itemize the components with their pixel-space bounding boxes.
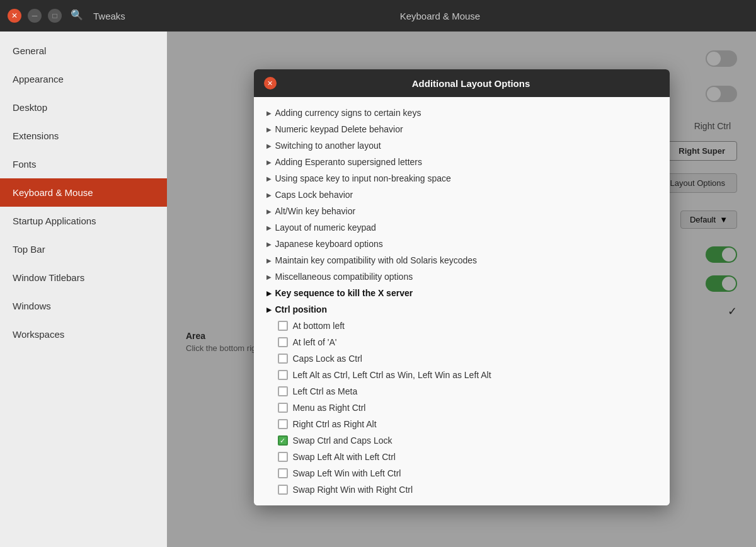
arrow-icon: ▶: [266, 274, 272, 280]
arrow-icon: ▶: [266, 208, 272, 215]
sidebar-item-label: Desktop: [13, 102, 47, 113]
checkbox-checked-icon: [278, 435, 288, 446]
list-item-alt-win[interactable]: ▶ Alt/Win key behavior: [264, 203, 660, 219]
arrow-icon: ▶: [266, 290, 272, 297]
arrow-icon: ▶: [266, 126, 272, 133]
titlebar-minimize-button[interactable]: ─: [28, 9, 42, 23]
list-item-esperanto[interactable]: ▶ Adding Esperanto supersigned letters: [264, 154, 660, 170]
sidebar-item-window-titlebars[interactable]: Window Titlebars: [0, 263, 167, 292]
list-item-caps-lock[interactable]: ▶ Caps Lock behavior: [264, 187, 660, 203]
close-icon: ✕: [11, 11, 18, 20]
checkbox-empty-icon: [278, 419, 288, 429]
main-layout: General Appearance Desktop Extensions Fo…: [0, 32, 756, 547]
sidebar-item-label: Fonts: [13, 159, 37, 170]
checkbox-empty-icon: [278, 452, 288, 462]
checkbox-empty-icon: [278, 485, 288, 495]
checkbox-empty-icon: [278, 403, 288, 413]
arrow-icon: ▶: [266, 142, 272, 149]
sidebar-item-label: Startup Applications: [13, 216, 96, 226]
sidebar-item-label: Workspaces: [13, 329, 64, 340]
titlebar-title: Keyboard & Mouse: [132, 11, 748, 21]
checkbox-at-left-a[interactable]: At left of 'A': [264, 334, 660, 350]
arrow-icon: ▶: [266, 241, 272, 248]
titlebar-maximize-button[interactable]: □: [48, 9, 62, 23]
arrow-icon: ▶: [266, 224, 272, 231]
ctrl-position-section[interactable]: ▶ Ctrl position: [264, 301, 660, 318]
checkbox-swap-right-win[interactable]: Swap Right Win with Right Ctrl: [264, 481, 660, 498]
sidebar-item-label: Windows: [13, 301, 51, 311]
checkbox-left-alt-ctrl[interactable]: Left Alt as Ctrl, Left Ctrl as Win, Left…: [264, 367, 660, 383]
arrow-icon: ▶: [266, 257, 272, 264]
modal-header: ✕ Additional Layout Options: [254, 69, 670, 97]
sidebar-item-label: General: [13, 45, 46, 56]
sidebar-item-desktop[interactable]: Desktop: [0, 93, 167, 122]
checkbox-caps-lock-ctrl[interactable]: Caps Lock as Ctrl: [264, 350, 660, 367]
sidebar-item-appearance[interactable]: Appearance: [0, 65, 167, 93]
list-item-numpad-layout[interactable]: ▶ Layout of numeric keypad: [264, 219, 660, 236]
checkbox-empty-icon: [278, 337, 288, 347]
checkbox-at-bottom-left[interactable]: At bottom left: [264, 318, 660, 334]
key-sequence-label: Key sequence to kill the X server: [275, 288, 413, 298]
arrow-icon: ▶: [266, 110, 272, 117]
list-item-switch-layout[interactable]: ▶ Switching to another layout: [264, 137, 660, 154]
additional-layout-options-modal: ✕ Additional Layout Options ▶ Adding cur…: [254, 69, 670, 505]
checkbox-empty-icon: [278, 468, 288, 478]
close-icon: ✕: [267, 79, 273, 88]
list-item-currency[interactable]: ▶ Adding currency signs to certain keys: [264, 105, 660, 121]
checkbox-menu-right-ctrl[interactable]: Menu as Right Ctrl: [264, 400, 660, 416]
checkbox-empty-icon: [278, 386, 288, 396]
checkbox-empty-icon: [278, 321, 288, 331]
titlebar: ✕ ─ □ 🔍 Tweaks Keyboard & Mouse: [0, 0, 756, 32]
sidebar-item-keyboard-mouse[interactable]: Keyboard & Mouse: [0, 178, 167, 207]
ctrl-position-label: Ctrl position: [275, 304, 327, 314]
checkbox-right-ctrl-alt[interactable]: Right Ctrl as Right Alt: [264, 416, 660, 432]
arrow-expanded-icon: ▶: [266, 306, 272, 313]
list-item-numpad-delete[interactable]: ▶ Numeric keypad Delete behavior: [264, 121, 660, 137]
arrow-icon: ▶: [266, 159, 272, 166]
checkbox-empty-icon: [278, 354, 288, 364]
modal-body: ▶ Adding currency signs to certain keys …: [254, 97, 670, 505]
arrow-icon: ▶: [266, 192, 272, 199]
sidebar-item-startup-applications[interactable]: Startup Applications: [0, 207, 167, 235]
sidebar-item-fonts[interactable]: Fonts: [0, 150, 167, 178]
modal-title: Additional Layout Options: [283, 78, 660, 89]
list-item-misc[interactable]: ▶ Miscellaneous compatibility options: [264, 268, 660, 285]
sidebar-item-general[interactable]: General: [0, 37, 167, 65]
arrow-icon: ▶: [266, 175, 272, 182]
sidebar-item-label: Extensions: [13, 130, 59, 141]
sidebar-item-label: Appearance: [13, 74, 64, 84]
sidebar-item-label: Keyboard & Mouse: [13, 187, 93, 198]
checkbox-swap-ctrl-caps[interactable]: Swap Ctrl and Caps Lock: [264, 432, 660, 449]
sidebar-item-windows[interactable]: Windows: [0, 292, 167, 320]
minimize-icon: ─: [32, 11, 38, 20]
key-sequence-section[interactable]: ▶ Key sequence to kill the X server: [264, 285, 660, 301]
sidebar-item-workspaces[interactable]: Workspaces: [0, 320, 167, 348]
modal-close-button[interactable]: ✕: [264, 77, 277, 89]
list-item-space-nonbreak[interactable]: ▶ Using space key to input non-breaking …: [264, 170, 660, 187]
sidebar-item-extensions[interactable]: Extensions: [0, 122, 167, 150]
checkbox-left-ctrl-meta[interactable]: Left Ctrl as Meta: [264, 383, 660, 400]
list-item-solaris[interactable]: ▶ Maintain key compatibility with old So…: [264, 252, 660, 268]
sidebar: General Appearance Desktop Extensions Fo…: [0, 32, 167, 547]
sidebar-item-label: Window Titlebars: [13, 272, 84, 283]
checkbox-empty-icon: [278, 370, 288, 380]
maximize-icon: □: [52, 11, 57, 20]
checkbox-swap-left-alt[interactable]: Swap Left Alt with Left Ctrl: [264, 449, 660, 465]
content-area: Right Ctrl t Super Right Super dditional…: [167, 32, 756, 547]
modal-overlay: ✕ Additional Layout Options ▶ Adding cur…: [167, 32, 756, 547]
sidebar-item-label: Top Bar: [13, 244, 45, 255]
app-name: Tweaks: [93, 11, 125, 21]
titlebar-close-button[interactable]: ✕: [8, 9, 21, 23]
checkbox-swap-left-win[interactable]: Swap Left Win with Left Ctrl: [264, 465, 660, 481]
list-item-japanese[interactable]: ▶ Japanese keyboard options: [264, 236, 660, 252]
search-icon[interactable]: 🔍: [71, 9, 84, 23]
sidebar-item-top-bar[interactable]: Top Bar: [0, 235, 167, 263]
